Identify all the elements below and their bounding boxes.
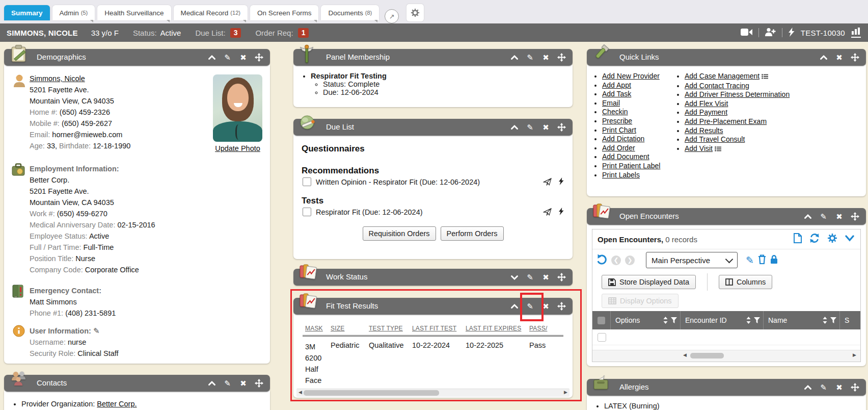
scroll-left-icon[interactable]: ◀	[299, 390, 302, 395]
move-icon[interactable]	[557, 123, 566, 132]
columns-button[interactable]: Columns	[719, 275, 772, 289]
provider-organization-link[interactable]: Better Corp.	[97, 400, 137, 408]
tab-documents[interactable]: Documents(8)	[321, 5, 379, 20]
edit-icon[interactable]: ✎	[526, 302, 534, 311]
collapse-widget-chevron-icon[interactable]	[845, 235, 854, 244]
delete-perspective-icon[interactable]	[758, 254, 766, 266]
refresh-icon[interactable]	[809, 233, 820, 245]
collapse-icon[interactable]	[510, 123, 519, 132]
due-list-header[interactable]: Due List ✎ ✖	[293, 119, 573, 136]
order-req-count-badge[interactable]: 1	[298, 28, 309, 38]
quick-link[interactable]: Add Visit	[685, 144, 713, 152]
collapse-icon[interactable]	[207, 53, 216, 62]
quick-links-header[interactable]: Quick Links ✖	[587, 49, 866, 66]
quick-link[interactable]: Add Document	[602, 152, 649, 161]
scroll-right-icon[interactable]: ▶	[564, 390, 567, 395]
collapse-icon[interactable]	[510, 53, 519, 62]
tab-health-surveillance[interactable]: Health Surveillance	[97, 5, 171, 20]
tab-admin[interactable]: Admin(5)	[52, 5, 95, 20]
popout-arrow-icon[interactable]: ↗	[385, 9, 399, 23]
quick-link[interactable]: Add New Provider	[602, 72, 660, 80]
close-icon[interactable]: ✖	[541, 302, 550, 311]
demographics-header[interactable]: Demographics ✎ ✖	[4, 49, 270, 66]
collapse-icon[interactable]	[819, 53, 828, 62]
work-status-header[interactable]: Work Status ✎ ✖	[293, 269, 573, 286]
close-icon[interactable]: ✖	[835, 383, 844, 392]
update-photo-link[interactable]: Update Photo	[213, 144, 262, 152]
col-test-type[interactable]: TEST TYPE	[369, 325, 403, 332]
due-list-count-badge[interactable]: 3	[230, 28, 241, 38]
close-icon[interactable]: ✖	[541, 53, 550, 62]
edit-icon[interactable]: ✎	[223, 379, 232, 388]
tab-settings-gear-icon[interactable]	[406, 4, 424, 21]
list-menu-icon[interactable]	[715, 145, 721, 154]
collapse-icon[interactable]	[510, 302, 519, 311]
column-name[interactable]: Name	[763, 311, 839, 329]
tab-on-screen-forms[interactable]: On Screen Forms	[250, 5, 319, 20]
scroll-left-icon[interactable]: ◀	[683, 352, 687, 357]
quick-link[interactable]: Checkin	[602, 108, 628, 116]
move-icon[interactable]	[851, 212, 859, 221]
open-encounters-header[interactable]: Open Encounters ✎ ✖	[587, 208, 866, 225]
lightning-icon[interactable]	[789, 28, 795, 38]
edit-icon[interactable]: ✎	[526, 53, 534, 62]
next-perspective-icon[interactable]: ❯	[625, 255, 635, 265]
edit-icon[interactable]: ✎	[526, 273, 534, 281]
horizontal-scrollbar[interactable]: ◀ ▶	[296, 389, 569, 397]
close-icon[interactable]: ✖	[541, 273, 550, 281]
column-partial[interactable]: S	[839, 311, 860, 329]
quick-link[interactable]: Add Payment	[685, 108, 727, 116]
quick-link[interactable]: Add Travel Consult	[685, 135, 745, 143]
move-icon[interactable]	[557, 302, 566, 311]
settings-gear-icon[interactable]	[827, 233, 837, 245]
reset-perspective-icon[interactable]	[596, 254, 607, 267]
move-icon[interactable]	[557, 273, 566, 281]
store-displayed-data-button[interactable]: Store Displayed Data	[602, 275, 696, 289]
edit-perspective-icon[interactable]: ✎	[746, 255, 754, 265]
edit-icon[interactable]: ✎	[223, 53, 232, 62]
perform-orders-button[interactable]: Perform Orders	[441, 226, 504, 241]
col-mask[interactable]: MASK	[305, 325, 323, 332]
collapse-icon[interactable]	[803, 383, 812, 392]
close-icon[interactable]: ✖	[541, 123, 550, 132]
patient-name-link[interactable]: Simmons, Nicole	[30, 74, 85, 83]
col-pass[interactable]: PASS/	[529, 325, 547, 332]
quick-link[interactable]: Print Chart	[602, 126, 636, 134]
quick-link[interactable]: Add Driver Fitness Determination	[685, 90, 790, 98]
test-checkbox[interactable]	[303, 208, 311, 216]
list-menu-icon[interactable]	[762, 72, 768, 82]
scroll-right-icon[interactable]: ▶	[853, 352, 856, 357]
col-last-fit-expires[interactable]: LAST FIT EXPIRES	[466, 325, 521, 332]
quick-link[interactable]: Print Patient Label	[602, 162, 660, 170]
panel-membership-header[interactable]: Panel Membership ✎ ✖	[293, 49, 573, 66]
add-person-icon[interactable]	[765, 28, 776, 38]
move-icon[interactable]	[851, 383, 859, 392]
allergies-header[interactable]: Allergies ✎ ✖	[587, 379, 866, 396]
edit-icon[interactable]: ✎	[819, 383, 828, 392]
perform-order-bolt-icon[interactable]	[559, 207, 564, 218]
tab-medical-record[interactable]: Medical Record(12)	[174, 5, 248, 20]
column-encounter-id[interactable]: Encounter ID	[680, 311, 763, 329]
edit-icon[interactable]: ✎	[526, 123, 534, 132]
quick-link[interactable]: Add Results	[685, 126, 723, 135]
collapse-icon[interactable]	[803, 212, 812, 221]
edit-icon[interactable]: ✎	[819, 212, 828, 221]
scroll-thumb[interactable]	[690, 353, 724, 358]
move-icon[interactable]	[851, 53, 859, 62]
perform-order-bolt-icon[interactable]	[559, 177, 564, 188]
lock-perspective-icon[interactable]	[770, 254, 778, 266]
scroll-thumb[interactable]	[304, 390, 439, 396]
close-icon[interactable]: ✖	[835, 53, 844, 62]
move-icon[interactable]	[255, 53, 263, 62]
col-last-fit-test[interactable]: LAST FIT TEST	[412, 325, 456, 332]
quick-link[interactable]: Print Labels	[602, 171, 640, 179]
column-options[interactable]: Options	[610, 311, 680, 329]
quick-link[interactable]: Prescribe	[602, 117, 632, 125]
recommendation-checkbox[interactable]	[303, 177, 311, 186]
fit-test-results-header[interactable]: Fit Test Results ✎ ✖	[293, 298, 573, 315]
expand-icon[interactable]	[510, 273, 519, 281]
prev-perspective-icon[interactable]: ❮	[611, 255, 621, 265]
row-checkbox[interactable]	[598, 333, 606, 342]
close-icon[interactable]: ✖	[239, 53, 248, 62]
contacts-header[interactable]: Contacts ✎ ✖	[4, 375, 270, 392]
